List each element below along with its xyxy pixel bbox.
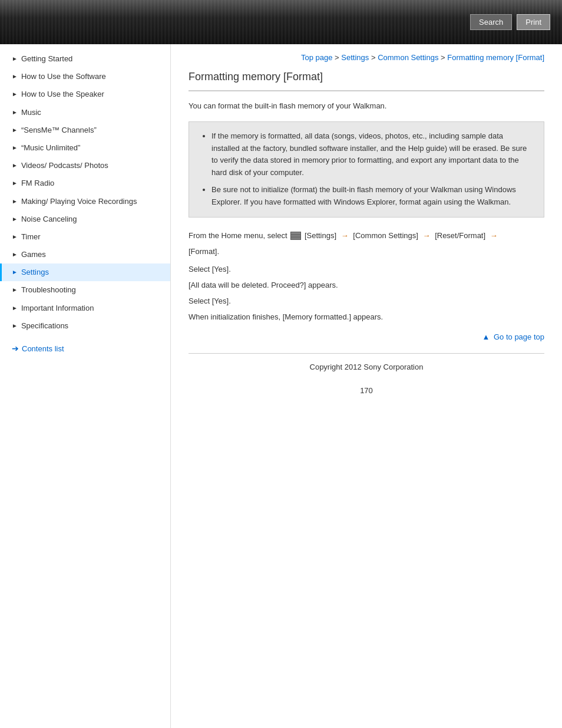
sidebar-item-how-to-use-speaker[interactable]: ► How to Use the Speaker xyxy=(0,85,170,103)
sidebar-item-sensme-channels[interactable]: ► “SensMe™ Channels” xyxy=(0,121,170,139)
steps-section: From the Home menu, select [Settings] → … xyxy=(189,229,544,324)
page-title-section: Formatting memory [Format] xyxy=(189,71,544,91)
breadcrumb-settings[interactable]: Settings xyxy=(341,53,369,62)
triangle-up-icon: ▲ xyxy=(482,332,490,341)
main-content: Top page > Settings > Common Settings > … xyxy=(171,44,562,728)
notice-box: If the memory is formatted, all data (so… xyxy=(189,121,544,218)
page-layout: ► Getting Started ► How to Use the Softw… xyxy=(0,44,562,728)
go-to-top-label: Go to page top xyxy=(494,332,544,341)
sidebar-item-music[interactable]: ► Music xyxy=(0,104,170,121)
sidebar-item-noise-canceling[interactable]: ► Noise Canceling xyxy=(0,210,170,228)
breadcrumb-sep2: > xyxy=(371,53,378,62)
breadcrumb: Top page > Settings > Common Settings > … xyxy=(189,50,544,62)
go-to-top: ▲ Go to page top xyxy=(189,332,544,341)
sidebar-item-label: Noise Canceling xyxy=(21,214,77,225)
step1-bracket: [Settings] xyxy=(305,231,336,240)
step3-note-text: When initialization finishes, [Memory fo… xyxy=(189,312,383,321)
step1d-text: [Reset/Format] xyxy=(435,231,485,240)
page-number: 170 xyxy=(189,380,544,401)
breadcrumb-common-settings[interactable]: Common Settings xyxy=(378,53,438,62)
sidebar-item-label: Music xyxy=(21,107,41,118)
sidebar-item-fm-radio[interactable]: ► FM Radio xyxy=(0,174,170,192)
sidebar: ► Getting Started ► How to Use the Softw… xyxy=(0,44,171,728)
breadcrumb-formatting-memory[interactable]: Formatting memory [Format] xyxy=(447,53,544,62)
notice-item-2: Be sure not to initialize (format) the b… xyxy=(211,184,533,209)
step1c-arrow: → xyxy=(423,231,431,240)
step-2-note: [All data will be deleted. Proceed?] app… xyxy=(189,279,544,292)
chevron-right-icon: ► xyxy=(12,197,18,206)
svg-rect-2 xyxy=(291,235,300,236)
step1f-text: [Format]. xyxy=(189,247,219,256)
step-1-cont: [Format]. xyxy=(189,245,544,258)
sidebar-item-timer[interactable]: ► Timer xyxy=(0,228,170,246)
sidebar-item-label: FM Radio xyxy=(21,178,54,189)
sidebar-item-troubleshooting[interactable]: ► Troubleshooting xyxy=(0,281,170,299)
header-buttons: Search Print xyxy=(470,14,550,30)
sidebar-item-label: Important Information xyxy=(21,303,94,314)
notice-item-1: If the memory is formatted, all data (so… xyxy=(211,130,533,179)
step1b-text: [Common Settings] xyxy=(353,231,418,240)
notice-list: If the memory is formatted, all data (so… xyxy=(200,130,533,209)
sidebar-item-music-unlimited[interactable]: ► “Music Unlimited” xyxy=(0,139,170,157)
go-to-top-link[interactable]: ▲ Go to page top xyxy=(482,332,544,341)
sidebar-item-label: “SensMe™ Channels” xyxy=(21,125,97,136)
sidebar-item-making-playing-voice-recordings[interactable]: ► Making/ Playing Voice Recordings xyxy=(0,193,170,210)
svg-rect-4 xyxy=(291,238,300,239)
sidebar-item-getting-started[interactable]: ► Getting Started xyxy=(0,50,170,68)
step2-text: Select [Yes]. xyxy=(189,265,231,274)
chevron-right-icon: ► xyxy=(12,233,18,241)
chevron-right-icon: ► xyxy=(12,108,18,117)
sidebar-item-label: Making/ Playing Voice Recordings xyxy=(21,196,137,207)
sidebar-item-label: Timer xyxy=(21,232,41,242)
footer: Copyright 2012 Sony Corporation xyxy=(189,353,544,380)
chevron-right-icon: ► xyxy=(12,286,18,294)
sidebar-item-label: Troubleshooting xyxy=(21,285,76,295)
sidebar-item-how-to-use-software[interactable]: ► How to Use the Software xyxy=(0,68,170,85)
breadcrumb-sep3: > xyxy=(441,53,447,62)
sidebar-item-label: Settings xyxy=(21,267,49,278)
chevron-right-icon: ► xyxy=(12,73,18,81)
contents-list-link[interactable]: ➔ Contents list xyxy=(0,338,170,359)
sidebar-item-specifications[interactable]: ► Specifications xyxy=(0,317,170,335)
chevron-right-icon: ► xyxy=(12,268,18,276)
step1e-arrow: → xyxy=(490,231,498,240)
chevron-right-icon: ► xyxy=(12,55,18,63)
chevron-right-icon: ► xyxy=(12,126,18,134)
sidebar-item-settings[interactable]: ► Settings xyxy=(0,263,170,281)
copyright-text: Copyright 2012 Sony Corporation xyxy=(310,363,424,371)
step3-text: Select [Yes]. xyxy=(189,297,231,305)
chevron-right-icon: ► xyxy=(12,251,18,259)
search-button[interactable]: Search xyxy=(470,14,512,30)
sidebar-item-games[interactable]: ► Games xyxy=(0,246,170,263)
svg-rect-3 xyxy=(291,236,300,238)
sidebar-item-label: Getting Started xyxy=(21,54,72,64)
sidebar-item-important-information[interactable]: ► Important Information xyxy=(0,299,170,317)
sidebar-item-label: Videos/ Podcasts/ Photos xyxy=(21,160,108,171)
step-1: From the Home menu, select [Settings] → … xyxy=(189,229,544,242)
intro-text: You can format the built-in flash memory… xyxy=(189,100,544,113)
breadcrumb-top-page[interactable]: Top page xyxy=(301,53,333,62)
page-title: Formatting memory [Format] xyxy=(189,71,544,83)
arrow-right-icon: ➔ xyxy=(12,344,19,353)
chevron-right-icon: ► xyxy=(12,215,18,223)
chevron-right-icon: ► xyxy=(12,322,18,330)
breadcrumb-sep1: > xyxy=(335,53,341,62)
step2-note-text: [All data will be deleted. Proceed?] app… xyxy=(189,281,338,289)
settings-icon xyxy=(290,232,301,240)
step1-text: From the Home menu, select xyxy=(189,231,287,240)
sidebar-item-label: How to Use the Speaker xyxy=(21,89,104,100)
sidebar-item-label: “Music Unlimited” xyxy=(21,143,80,153)
sidebar-item-videos-podcasts-photos[interactable]: ► Videos/ Podcasts/ Photos xyxy=(0,157,170,174)
chevron-right-icon: ► xyxy=(12,144,18,152)
sidebar-item-label: Games xyxy=(21,249,46,260)
svg-rect-1 xyxy=(291,232,300,234)
chevron-right-icon: ► xyxy=(12,90,18,98)
chevron-right-icon: ► xyxy=(12,304,18,312)
chevron-right-icon: ► xyxy=(12,179,18,187)
step1-arrow: → xyxy=(341,231,349,240)
print-button[interactable]: Print xyxy=(517,14,550,30)
step-2: Select [Yes]. xyxy=(189,263,544,276)
step-3-note: When initialization finishes, [Memory fo… xyxy=(189,311,544,324)
step-3: Select [Yes]. xyxy=(189,295,544,308)
sidebar-item-label: How to Use the Software xyxy=(21,71,106,82)
